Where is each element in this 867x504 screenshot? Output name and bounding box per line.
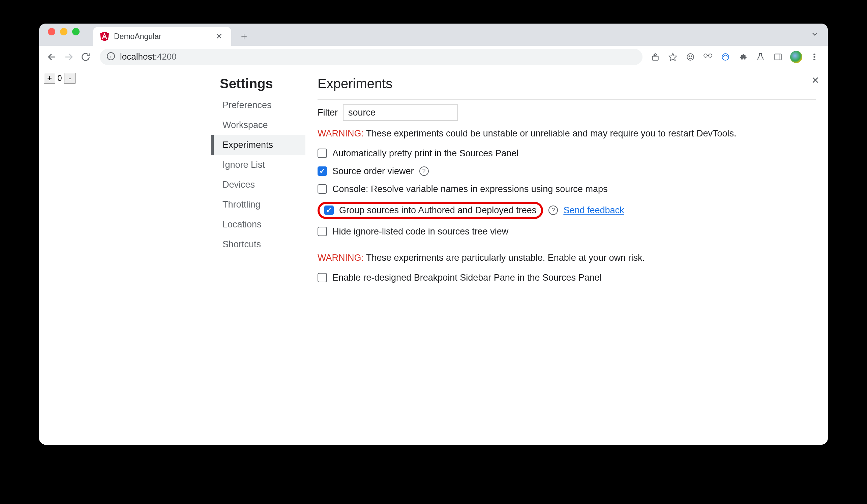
extension-icon-3[interactable] (720, 52, 731, 62)
extension-icon-1[interactable] (685, 52, 696, 62)
back-button[interactable] (45, 50, 58, 64)
window-close-button[interactable] (48, 28, 55, 35)
svg-point-12 (704, 54, 707, 57)
checkbox-group-sources[interactable] (324, 206, 334, 215)
url-text: localhost:4200 (120, 52, 176, 62)
svg-point-11 (691, 56, 692, 57)
forward-button[interactable] (62, 50, 75, 64)
nav-ignore-list[interactable]: Ignore List (211, 155, 306, 175)
help-icon[interactable]: ? (419, 166, 429, 176)
page-pane: + - (39, 68, 211, 445)
window-maximize-button[interactable] (72, 28, 79, 35)
window-controls (46, 24, 79, 46)
help-icon[interactable]: ? (548, 206, 558, 215)
bookmark-star-icon[interactable] (667, 52, 678, 62)
labs-flask-icon[interactable] (755, 52, 766, 62)
exp-hide-ignore: Hide ignore-listed code in sources tree … (318, 227, 816, 237)
checkbox-breakpoint-sidebar[interactable] (318, 273, 327, 282)
angular-icon (100, 32, 109, 41)
svg-marker-1 (105, 32, 109, 41)
settings-sidebar: Settings Preferences Workspace Experimen… (211, 68, 306, 445)
extensions-puzzle-icon[interactable] (738, 52, 748, 62)
warning-text-1: WARNING: These experiments could be unst… (318, 127, 816, 140)
checkbox-hide-ignore[interactable] (318, 227, 327, 236)
svg-marker-8 (669, 53, 676, 61)
nav-throttling[interactable]: Throttling (211, 195, 306, 215)
extension-icon-2[interactable] (703, 52, 713, 62)
exp-group-sources-row: Group sources into Authored and Deployed… (318, 202, 816, 219)
window-minimize-button[interactable] (60, 28, 67, 35)
site-info-icon[interactable] (107, 52, 115, 62)
exp-label: Console: Resolve variable names in expre… (332, 184, 608, 194)
chrome-menu-button[interactable] (809, 52, 820, 62)
annotation-highlight: Group sources into Authored and Deployed… (318, 202, 543, 219)
exp-label: Automatically pretty print in the Source… (332, 148, 518, 159)
filter-input[interactable] (343, 105, 458, 121)
send-feedback-link[interactable]: Send feedback (563, 205, 624, 216)
nav-locations[interactable]: Locations (211, 215, 306, 234)
svg-point-9 (687, 54, 694, 60)
counter-control: + - (44, 73, 206, 84)
svg-point-13 (709, 54, 712, 57)
checkbox-resolve-vars[interactable] (318, 184, 327, 194)
nav-preferences[interactable]: Preferences (211, 95, 306, 115)
exp-pretty-print: Automatically pretty print in the Source… (318, 148, 816, 159)
browser-tab[interactable]: DemoAngular ✕ (93, 27, 231, 46)
svg-rect-7 (652, 56, 658, 60)
exp-label: Group sources into Authored and Deployed… (339, 205, 536, 216)
new-tab-button[interactable]: ＋ (237, 30, 251, 43)
filter-label: Filter (318, 108, 338, 118)
browser-window: DemoAngular ✕ ＋ localhost:4200 (39, 24, 828, 445)
svg-point-10 (689, 56, 690, 57)
settings-title: Settings (211, 76, 306, 95)
exp-breakpoint-sidebar: Enable re-designed Breakpoint Sidebar Pa… (318, 273, 816, 283)
browser-toolbar: localhost:4200 (39, 46, 828, 68)
experiments-title: Experiments (318, 76, 816, 100)
increment-button[interactable]: + (44, 73, 55, 84)
counter-value[interactable] (55, 73, 64, 84)
reload-button[interactable] (79, 50, 92, 64)
filter-row: Filter (318, 105, 816, 121)
exp-label: Enable re-designed Breakpoint Sidebar Pa… (332, 273, 602, 283)
settings-content: ✕ Experiments Filter WARNING: These expe… (306, 68, 828, 445)
tab-title: DemoAngular (114, 32, 209, 41)
profile-avatar[interactable] (790, 51, 802, 63)
share-icon[interactable] (650, 52, 661, 62)
exp-resolve-vars: Console: Resolve variable names in expre… (318, 184, 816, 194)
checkbox-pretty-print[interactable] (318, 149, 327, 158)
nav-experiments[interactable]: Experiments (211, 135, 306, 155)
content-area: + - Settings Preferences Workspace Exper… (39, 68, 828, 445)
nav-workspace[interactable]: Workspace (211, 115, 306, 135)
close-settings-button[interactable]: ✕ (809, 73, 821, 88)
tab-search-button[interactable] (810, 30, 819, 40)
svg-rect-17 (775, 54, 781, 59)
svg-point-15 (722, 54, 729, 60)
exp-source-order: Source order viewer ? (318, 166, 816, 176)
decrement-button[interactable]: - (64, 73, 75, 84)
nav-shortcuts[interactable]: Shortcuts (211, 234, 306, 254)
exp-label: Source order viewer (332, 166, 414, 176)
checkbox-source-order[interactable] (318, 166, 327, 176)
address-bar[interactable]: localhost:4200 (100, 49, 642, 65)
exp-label: Hide ignore-listed code in sources tree … (332, 227, 509, 237)
warning-text-2: WARNING: These experiments are particula… (318, 252, 816, 264)
nav-devices[interactable]: Devices (211, 175, 306, 195)
side-panel-icon[interactable] (773, 52, 783, 62)
titlebar: DemoAngular ✕ ＋ (39, 24, 828, 46)
toolbar-actions (650, 51, 822, 63)
tab-close-button[interactable]: ✕ (214, 30, 225, 42)
